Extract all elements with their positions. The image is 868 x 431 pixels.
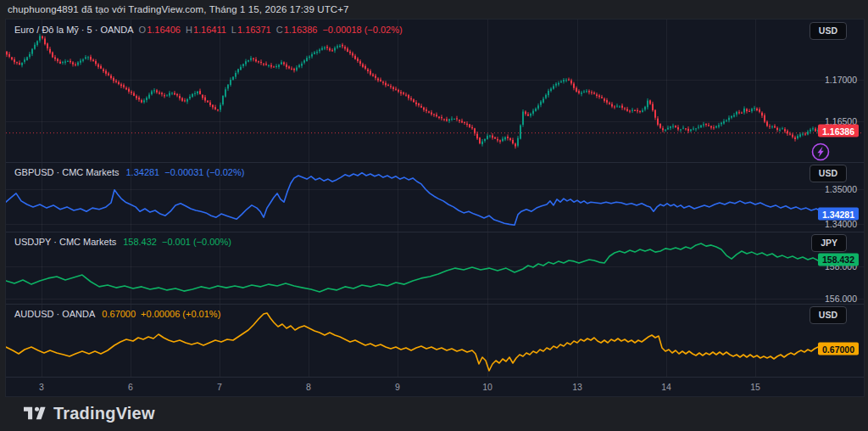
candle-body: [420, 106, 422, 108]
candle-body: [637, 110, 638, 111]
candle-body: [174, 93, 175, 95]
candle-body: [301, 64, 303, 66]
candle-body: [75, 64, 76, 65]
candle-body: [784, 129, 786, 132]
candle-body: [270, 65, 272, 67]
candle-body: [169, 93, 170, 96]
candle-body: [677, 127, 679, 129]
candle-body: [690, 130, 692, 132]
candle-body: [550, 88, 552, 91]
candle-body: [446, 119, 448, 120]
candle-body: [42, 36, 43, 38]
candle-body: [761, 113, 763, 116]
candle-body: [731, 116, 732, 118]
candle-body: [344, 47, 346, 48]
candle-body: [400, 92, 402, 93]
candle-body: [319, 50, 320, 52]
ohlc-value: 1.16406: [147, 25, 181, 35]
candle-body: [225, 89, 226, 96]
change-value: +0.00006 (+0.01%): [141, 309, 220, 319]
tradingview-logo-icon[interactable]: [24, 406, 46, 421]
candle-body: [588, 91, 590, 92]
currency-badge-eurusd: USD: [810, 22, 847, 40]
candle-body: [659, 124, 661, 128]
ohlc-value: −0.00018 (−0.02%): [322, 25, 402, 35]
candle-body: [667, 128, 669, 130]
candle-body: [143, 100, 145, 102]
price-scale-label: 1.35000: [825, 184, 857, 194]
candle-body: [164, 95, 165, 96]
candle-body: [44, 38, 46, 44]
candle-body: [558, 83, 559, 85]
candle-body: [438, 117, 440, 118]
candle-body: [352, 53, 353, 56]
candle-body: [283, 63, 285, 64]
candle-body: [776, 128, 778, 130]
candle-body: [245, 61, 247, 64]
currency-badge-audusd: USD: [810, 306, 847, 324]
symbol-title-gbpusd[interactable]: GBPUSD · CMC Markets: [14, 167, 119, 177]
candle-body: [570, 81, 572, 84]
candle-body: [540, 102, 542, 105]
currency-badge-gbpusd: USD: [810, 165, 847, 182]
candle-body: [751, 109, 753, 111]
time-axis-label: 9: [395, 382, 400, 392]
candle-body: [14, 59, 15, 62]
candle-body: [67, 61, 69, 62]
candle-body: [479, 137, 481, 143]
candle-body: [11, 57, 13, 59]
candle-body: [459, 120, 460, 120]
candle-body: [708, 126, 709, 126]
candle-body: [700, 126, 702, 127]
candle-body: [296, 68, 298, 70]
candle-body: [275, 66, 277, 67]
candle-body: [629, 111, 631, 112]
candle-body: [80, 60, 81, 62]
last-price-value: 158.432: [123, 237, 157, 247]
candle-body: [8, 54, 10, 57]
candle-body: [403, 92, 404, 94]
candle-body: [649, 100, 651, 104]
candle-body: [97, 64, 99, 67]
candle-body: [466, 124, 468, 125]
tradingview-logo-text[interactable]: TradingView: [53, 404, 155, 423]
candle-body: [748, 111, 750, 112]
candle-body: [451, 119, 453, 120]
pane-legend-audusd: AUDUSD · OANDA0.67000+0.00006 (+0.01%): [14, 308, 220, 321]
chart-frame[interactable]: Euro / Đô la Mỹ · 5 · OANDAO1.16406H1.16…: [5, 19, 865, 397]
candle-body: [705, 124, 707, 125]
candle-body: [601, 97, 603, 98]
candle-body: [19, 63, 20, 64]
candle-body: [515, 143, 516, 146]
candle-body: [31, 49, 33, 54]
candle-body: [461, 121, 463, 123]
time-axis-label: 7: [217, 382, 222, 392]
candle-body: [362, 64, 364, 67]
candle-body: [443, 119, 445, 120]
flash-icon[interactable]: [806, 137, 835, 166]
symbol-title-eurusd[interactable]: Euro / Đô la Mỹ · 5 · OANDA: [14, 25, 134, 35]
candle-body: [166, 96, 168, 97]
candle-body: [794, 137, 796, 139]
candle-body: [62, 62, 64, 63]
time-axis[interactable]: 3678910131415: [6, 377, 864, 397]
candle-body: [260, 62, 262, 63]
symbol-title-usdjpy[interactable]: USDJPY · CMC Markets: [14, 237, 116, 247]
candle-body: [484, 139, 486, 141]
candle-body: [591, 92, 593, 93]
last-price-value: 1.34281: [125, 167, 159, 177]
pane-canvas-eurusd[interactable]: [6, 20, 864, 162]
candle-body: [499, 140, 501, 141]
candle-body: [136, 96, 137, 98]
candle-body: [545, 95, 547, 98]
candle-body: [161, 93, 163, 94]
candle-body: [471, 127, 473, 128]
candle-body: [792, 135, 793, 137]
candle-body: [746, 109, 748, 112]
candle-body: [426, 109, 427, 111]
candle-body: [621, 106, 623, 108]
symbol-title-audusd[interactable]: AUDUSD · OANDA: [14, 309, 95, 319]
candle-body: [392, 87, 394, 89]
candle-body: [159, 92, 160, 93]
candle-body: [548, 91, 549, 95]
